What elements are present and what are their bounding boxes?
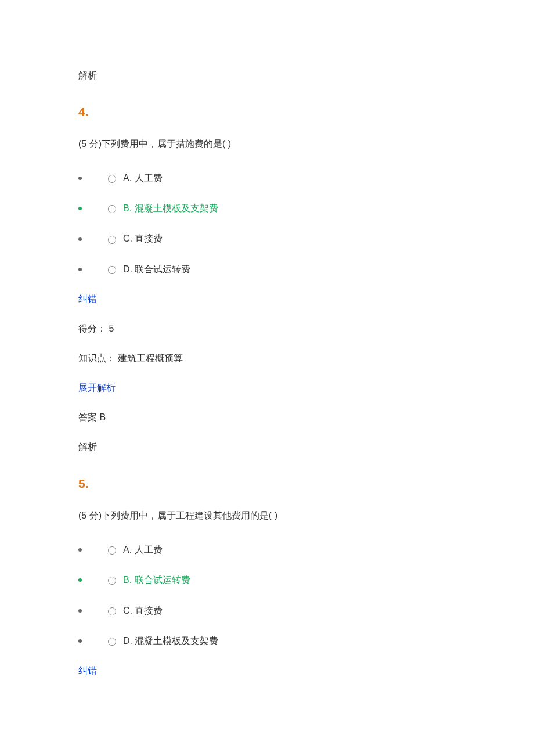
question-number: 4. [78, 105, 456, 119]
bullet-icon [78, 207, 82, 210]
bullet-icon [78, 237, 82, 241]
bullet-icon [78, 609, 82, 613]
option-label: D. 混凝土模板及支架费 [123, 635, 218, 647]
answer-line: 答案 B [78, 412, 456, 424]
knowledge-line: 知识点： 建筑工程概预算 [78, 352, 456, 365]
option-item[interactable]: A. 人工费 [78, 543, 456, 556]
option-label: D. 联合试运转费 [123, 263, 190, 276]
question-text: (5 分)下列费用中，属于措施费的是( ) [78, 136, 456, 152]
analysis-label: 解析 [78, 441, 456, 453]
knowledge-label: 知识点： [78, 353, 116, 363]
option-item[interactable]: D. 混凝土模板及支架费 [78, 635, 456, 647]
bullet-icon [78, 268, 82, 271]
option-item[interactable]: D. 联合试运转费 [78, 263, 456, 276]
bullet-icon [78, 639, 82, 643]
score-label: 得分： [78, 323, 106, 333]
option-label: A. 人工费 [123, 543, 163, 556]
option-label: A. 人工费 [123, 172, 163, 185]
expand-analysis-link[interactable]: 展开解析 [78, 382, 456, 394]
radio-icon[interactable] [108, 636, 116, 646]
bullet-icon [78, 177, 82, 180]
option-item[interactable]: C. 直接费 [78, 232, 456, 245]
question-text: (5 分)下列费用中，属于工程建设其他费用的是( ) [78, 508, 456, 523]
option-item[interactable]: B. 联合试运转费 [78, 574, 456, 586]
radio-icon[interactable] [108, 545, 116, 555]
bullet-icon [78, 548, 82, 552]
score-line: 得分： 5 [78, 323, 456, 335]
radio-icon[interactable] [108, 606, 116, 615]
options-list: A. 人工费 B. 混凝土模板及支架费 C. 直接费 D. 联合试运转费 [78, 172, 456, 276]
option-label: C. 直接费 [123, 604, 163, 617]
answer-value: B [99, 412, 106, 422]
option-item[interactable]: A. 人工费 [78, 172, 456, 185]
option-item[interactable]: C. 直接费 [78, 604, 456, 617]
radio-icon[interactable] [108, 204, 116, 213]
option-item[interactable]: B. 混凝土模板及支架费 [78, 202, 456, 215]
question-number: 5. [78, 477, 456, 491]
radio-icon[interactable] [108, 174, 116, 183]
answer-label: 答案 [78, 412, 97, 422]
radio-icon[interactable] [108, 575, 116, 585]
option-label: B. 联合试运转费 [123, 574, 190, 586]
correction-link[interactable]: 纠错 [78, 293, 456, 305]
analysis-label: 解析 [78, 70, 456, 82]
options-list: A. 人工费 B. 联合试运转费 C. 直接费 D. 混凝土模板及支架费 [78, 543, 456, 648]
bullet-icon [78, 578, 82, 582]
correction-link[interactable]: 纠错 [78, 665, 456, 677]
radio-icon[interactable] [108, 265, 116, 274]
radio-icon[interactable] [108, 235, 116, 244]
knowledge-value: 建筑工程概预算 [118, 353, 183, 363]
option-label: C. 直接费 [123, 232, 163, 245]
option-label: B. 混凝土模板及支架费 [123, 202, 218, 215]
score-value: 5 [109, 323, 114, 333]
